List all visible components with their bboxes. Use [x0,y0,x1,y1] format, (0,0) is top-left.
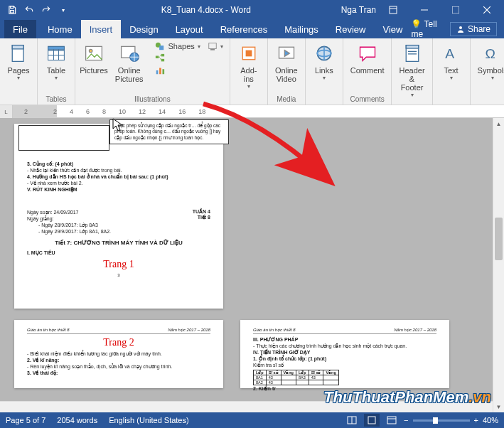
group-pages-label [4,94,33,105]
trang-1-label: Trang 1 [27,259,210,270]
pages-icon [7,42,30,65]
undo-icon[interactable] [21,2,37,18]
svg-point-8 [459,26,462,29]
svg-rect-38 [406,46,419,48]
tab-references[interactable]: References [212,20,276,38]
pages-button[interactable]: Pages [4,41,33,82]
tab-insert[interactable]: Insert [81,20,122,38]
text-button[interactable]: AText [437,41,466,82]
tab-view[interactable]: View [374,20,411,38]
zoom-in-icon[interactable]: + [474,416,478,424]
scroll-down-icon[interactable]: ▼ [493,401,504,412]
text-icon: A [440,42,463,65]
tab-file[interactable]: File [4,20,36,38]
chart-icon [155,65,165,75]
online-video-icon [275,42,298,65]
callout-box: được phép sử dụng cặp dấu ngoặc tr… để g… [109,119,229,144]
zoom-out-icon[interactable]: − [404,416,408,424]
quick-access-toolbar: ▾ [0,2,71,18]
header-footer-button[interactable]: Header & Footer [396,41,427,100]
ruler-marks: 224681012141618 [24,108,205,115]
trang-2-label: Trang 2 [27,337,210,348]
group-media-label: Media [272,94,301,105]
read-mode-icon[interactable] [344,414,360,427]
online-pictures-icon [118,42,141,65]
svg-rect-46 [387,417,396,424]
tab-home[interactable]: Home [39,20,81,38]
symbols-icon: Ω [481,42,504,65]
svg-rect-24 [161,54,164,57]
attendance-table: LớpSĩ sốVắngLớpSĩ sốVắng 8A1438A343 8A24… [253,370,339,385]
scroll-thumb[interactable] [495,218,503,260]
screenshot-button[interactable] [205,41,225,52]
page-2[interactable]: Giáo án tin học thiết 8Năm học 2017 – 20… [14,320,223,388]
screenshot-icon [208,41,218,51]
svg-rect-30 [210,49,214,50]
status-language[interactable]: English (United States) [109,416,189,424]
share-button[interactable]: Share [450,22,497,36]
zoom-slider[interactable] [413,419,470,422]
web-layout-icon[interactable] [384,414,400,427]
status-words[interactable]: 2054 words [57,416,97,424]
group-comments-label: Comments [348,94,387,105]
addins-icon [237,42,260,65]
scroll-up-icon[interactable]: ▲ [493,118,504,129]
tab-layout[interactable]: Layout [167,20,212,38]
minimize-icon[interactable] [410,0,439,20]
status-bar: Page 5 of 7 2054 words English (United S… [0,412,504,428]
svg-rect-45 [368,417,375,424]
smartart-button[interactable] [153,53,202,64]
group-illustrations-label: Illustrations [80,94,225,105]
svg-rect-2 [390,6,397,14]
smartart-icon [155,53,165,63]
links-button[interactable]: Links [310,41,338,82]
tab-mailings[interactable]: Mailings [276,20,327,38]
pictures-button[interactable]: Pictures [80,41,108,76]
header-footer-icon [401,42,424,65]
svg-rect-26 [156,70,159,74]
online-pictures-button[interactable]: Online Pictures [109,41,149,85]
svg-rect-16 [48,46,65,49]
ribbon-display-icon[interactable] [379,0,407,20]
svg-rect-5 [452,6,459,14]
maximize-icon[interactable] [441,0,470,20]
svg-rect-0 [11,6,14,9]
vertical-scrollbar[interactable]: ▲ ▼ [493,118,504,412]
svg-rect-23 [156,56,159,59]
watermark: ThuThuatPhanMem.vn [323,388,491,407]
addins-button[interactable]: Add-ins [235,41,263,91]
redo-icon[interactable] [38,2,54,18]
blank-page-area[interactable] [240,124,449,309]
comment-icon [356,42,379,65]
symbols-button[interactable]: ΩSymbols [475,41,504,82]
svg-rect-10 [12,46,23,49]
comment-button[interactable]: Comment [348,41,387,76]
zoom-level[interactable]: 40% [483,416,498,424]
ribbon: Pages Table Tables Pictures Online Pictu… [0,38,504,105]
tab-review[interactable]: Review [327,20,375,38]
print-layout-icon[interactable] [364,414,380,427]
user-name[interactable]: Nga Tran [341,5,376,15]
ribbon-tabs: File Home Insert Design Layout Reference… [0,20,504,38]
tell-me[interactable]: 💡 Tell me [411,19,446,39]
svg-rect-32 [245,50,252,57]
tab-design[interactable]: Design [121,20,166,38]
table-button[interactable]: Table [42,41,70,82]
chart-button[interactable] [153,65,202,76]
header-box [18,125,109,151]
page-3[interactable]: Giáo án tin học thiết 8Năm học 2017 – 20… [240,320,449,388]
ruler-corner: L [0,105,13,118]
close-icon[interactable] [473,0,501,20]
shapes-button[interactable]: Shapes [153,41,202,52]
svg-rect-22 [160,46,164,50]
page-1[interactable]: được phép sử dụng cặp dấu ngoặc tr… để g… [14,124,223,309]
save-icon[interactable] [4,2,20,18]
qat-customize-icon[interactable]: ▾ [55,2,71,18]
svg-text:Ω: Ω [485,46,495,61]
ruler[interactable]: L 224681012141618 [0,105,504,118]
links-icon [313,42,336,65]
status-page[interactable]: Page 5 of 7 [6,416,45,424]
document-title: K8_Tuan 4.docx - Word [71,5,341,15]
online-video-button[interactable]: Online Video [272,41,301,85]
pictures-icon [82,42,105,65]
